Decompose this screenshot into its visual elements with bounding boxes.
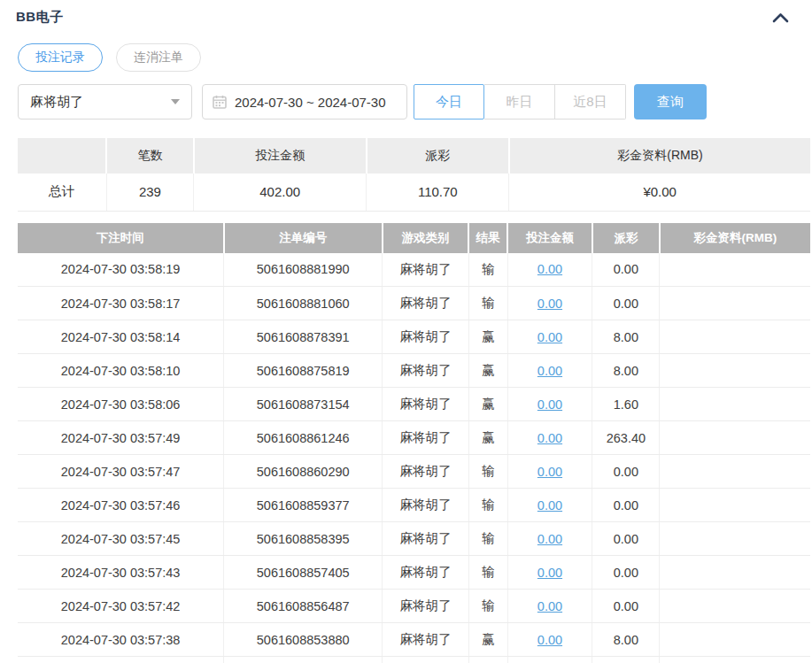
- summary-total-payout: 110.70: [367, 173, 509, 211]
- bet-amount-link[interactable]: 0.00: [537, 297, 562, 311]
- table-cell: 2024-07-30 03:58:19: [18, 253, 224, 287]
- table-cell: 麻将胡了: [383, 556, 469, 590]
- table-cell: 5061608861246: [224, 421, 383, 455]
- table-cell: 5061608873154: [224, 388, 383, 421]
- table-cell: 2024-07-30 03:57:47: [18, 455, 224, 489]
- table-cell: [660, 590, 810, 623]
- table-row: 2024-07-30 03:57:425061608856487麻将胡了输0.0…: [18, 590, 810, 623]
- records-table: 下注时间 注单编号 游戏类别 结果 投注金额 派彩 彩金资料(RMB) 2024…: [18, 223, 810, 663]
- table-cell: [660, 388, 810, 421]
- table-cell: 0.00: [507, 388, 592, 421]
- table-cell: 2024-07-30 03:58:06: [18, 388, 224, 421]
- bet-amount-link[interactable]: 0.00: [537, 599, 562, 613]
- table-cell: 赢: [468, 421, 507, 455]
- table-cell: 输: [468, 522, 507, 556]
- range-last8days-button[interactable]: 近8日: [555, 84, 626, 119]
- table-cell: 0.00: [507, 556, 592, 590]
- table-cell: [660, 287, 810, 320]
- summary-header-count: 笔数: [106, 138, 193, 173]
- table-cell: 0.00: [507, 320, 592, 354]
- table-cell: 麻将胡了: [383, 455, 469, 489]
- records-table-body: 2024-07-30 03:58:195061608881990麻将胡了输0.0…: [18, 253, 810, 663]
- table-cell: 输: [468, 489, 507, 522]
- table-row: 2024-07-30 03:58:065061608873154麻将胡了赢0.0…: [18, 388, 810, 421]
- filter-bar: 麻将胡了 2024-07-30 ~ 2024-07-30 今日 昨日 近8日 查…: [0, 72, 812, 119]
- table-cell: 8.00: [592, 320, 660, 354]
- records-header-row: 下注时间 注单编号 游戏类别 结果 投注金额 派彩 彩金资料(RMB): [18, 223, 810, 253]
- bet-amount-link[interactable]: 0.00: [537, 633, 562, 647]
- table-cell: 0.00: [592, 253, 660, 287]
- range-yesterday-button[interactable]: 昨日: [484, 84, 555, 119]
- bet-amount-link[interactable]: 0.00: [537, 262, 562, 276]
- table-cell: 2024-07-30 03:57:45: [18, 522, 224, 556]
- table-cell: 麻将胡了: [383, 320, 469, 354]
- query-button[interactable]: 查询: [634, 84, 707, 119]
- table-row: 2024-07-30 03:57:465061608859377麻将胡了输0.0…: [18, 489, 810, 522]
- table-cell: 5061608858395: [224, 522, 383, 556]
- bet-amount-link[interactable]: 0.00: [537, 532, 562, 546]
- collapse-button[interactable]: [770, 11, 791, 25]
- table-row: 2024-07-30 03:57:455061608858395麻将胡了输0.0…: [18, 522, 810, 556]
- table-cell: 0.00: [592, 287, 660, 320]
- table-cell: 输: [468, 556, 507, 590]
- panel-header: BB电子: [0, 0, 812, 26]
- summary-total-label: 总计: [18, 173, 106, 211]
- summary-total-count: 239: [106, 173, 193, 211]
- table-cell: [660, 522, 810, 556]
- table-cell: [507, 657, 592, 663]
- table-cell: 0.00: [592, 556, 660, 590]
- table-cell: 0.00: [507, 455, 592, 489]
- table-cell: 5061608853880: [224, 623, 383, 657]
- table-cell: [660, 354, 810, 388]
- table-cell: 麻将胡了: [383, 623, 469, 657]
- tab-bet-records[interactable]: 投注记录: [18, 43, 103, 72]
- bet-amount-link[interactable]: 0.00: [537, 431, 562, 445]
- table-cell: 麻将胡了: [383, 590, 469, 623]
- table-cell: 0.00: [507, 287, 592, 320]
- table-cell: [660, 253, 810, 287]
- table-row: 2024-07-30 03:57:385061608853880麻将胡了赢0.0…: [18, 623, 810, 657]
- summary-header-row: 笔数 投注金额 派彩 彩金资料(RMB): [18, 138, 810, 173]
- date-range-picker[interactable]: 2024-07-30 ~ 2024-07-30: [202, 84, 407, 119]
- table-cell: [592, 657, 660, 663]
- table-cell: 0.00: [507, 623, 592, 657]
- summary-header-blank: [18, 138, 106, 173]
- header-order-number: 注单编号: [224, 223, 383, 253]
- bet-amount-link[interactable]: 0.00: [537, 330, 562, 344]
- bet-amount-link[interactable]: 0.00: [537, 364, 562, 378]
- table-cell: 输: [468, 590, 507, 623]
- game-select-value: 麻将胡了: [30, 94, 83, 111]
- table-cell: 赢: [468, 623, 507, 657]
- table-cell: [660, 489, 810, 522]
- table-cell: 输: [468, 455, 507, 489]
- table-cell: 麻将胡了: [383, 522, 469, 556]
- table-cell: 输: [468, 253, 507, 287]
- table-row: 2024-07-30 03:58:105061608875819麻将胡了赢0.0…: [18, 354, 810, 388]
- table-cell: 麻将胡了: [383, 489, 469, 522]
- table-cell: 8.00: [592, 354, 660, 388]
- bet-amount-link[interactable]: 0.00: [537, 465, 562, 479]
- table-row: 2024-07-30 03:58:195061608881990麻将胡了输0.0…: [18, 253, 810, 287]
- table-row: 2024-07-30 03:57:435061608857405麻将胡了输0.0…: [18, 556, 810, 590]
- bet-amount-link[interactable]: 0.00: [537, 498, 562, 513]
- table-cell: 5061608881990: [224, 253, 383, 287]
- table-cell: [660, 320, 810, 354]
- summary-header-payout: 派彩: [367, 138, 509, 173]
- table-cell: 2024-07-30 03:57:42: [18, 590, 224, 623]
- table-cell: 2024-07-30 03:57:38: [18, 623, 224, 657]
- table-cell: 赢: [468, 388, 507, 421]
- table-cell: 2024-07-30 03:57:46: [18, 489, 224, 522]
- table-cell: 麻将胡了: [383, 253, 469, 287]
- table-cell: 1.60: [592, 388, 660, 421]
- table-cell: 8.00: [592, 623, 660, 657]
- header-bet-amount: 投注金额: [507, 223, 592, 253]
- bet-amount-link[interactable]: 0.00: [537, 566, 562, 580]
- range-today-button[interactable]: 今日: [414, 84, 484, 119]
- table-cell: 麻将胡了: [383, 354, 469, 388]
- table-cell: [660, 657, 810, 663]
- table-cell: 5061608881060: [224, 287, 383, 320]
- bet-amount-link[interactable]: 0.00: [537, 397, 562, 412]
- header-result: 结果: [468, 223, 507, 253]
- tab-canceled-orders[interactable]: 连消注单: [116, 43, 201, 72]
- game-select[interactable]: 麻将胡了: [18, 84, 192, 119]
